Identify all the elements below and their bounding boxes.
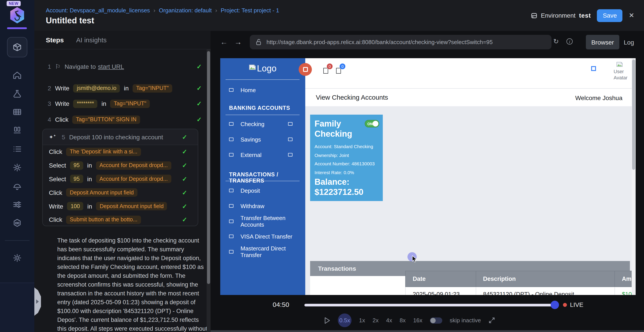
- breadcrumb-account[interactable]: Account: Devspace_all_module_licenses: [46, 7, 150, 14]
- nav-home[interactable]: Home: [220, 85, 305, 95]
- gear-icon: [12, 253, 22, 263]
- breadcrumb-organization[interactable]: Organization: default: [159, 7, 212, 14]
- checkbox-icon[interactable]: [288, 122, 292, 126]
- start-url-link[interactable]: start URL: [98, 63, 124, 70]
- toggle-knob: [373, 121, 378, 127]
- substep-row-3[interactable]: Select 95 in Account for Deposit dropd..…: [43, 172, 198, 186]
- sidebar-item-admin-settings[interactable]: [0, 253, 34, 263]
- sidebar-item-modules-active[interactable]: [7, 37, 27, 57]
- bank-logo[interactable]: Logo: [220, 64, 305, 74]
- step-target-chip[interactable]: Account for Deposit dropd...: [96, 175, 171, 183]
- checkbox-icon[interactable]: [288, 153, 292, 157]
- timeline-track[interactable]: [304, 304, 556, 306]
- info-icon[interactable]: i: [566, 38, 573, 45]
- sidebar-item-tests[interactable]: [0, 89, 34, 99]
- nav-external[interactable]: External: [220, 149, 305, 160]
- sidebar-item-suites[interactable]: [0, 126, 34, 135]
- sidebar-item-settings[interactable]: [0, 163, 34, 172]
- viewport-scrollbar[interactable]: [632, 58, 636, 295]
- tab-steps[interactable]: Steps: [46, 36, 64, 44]
- step-target-chip[interactable]: Tag="INPUT": [132, 84, 172, 92]
- sidebar-item-integrations[interactable]: [0, 218, 34, 228]
- sidebar-item-pipelines[interactable]: [0, 200, 34, 209]
- horizontal-scrollbar[interactable]: [210, 330, 644, 332]
- nav-mastercard-direct-transfer[interactable]: Mastercard Direct Transfer: [220, 246, 305, 257]
- bank-logo-text: Logo: [257, 64, 277, 74]
- step-value-chip[interactable]: 100: [67, 202, 84, 210]
- user-avatar-broken-image[interactable]: User Avatar: [614, 62, 628, 87]
- timeline-thumb[interactable]: [550, 301, 559, 309]
- col-description[interactable]: Description: [476, 271, 614, 287]
- step-row-2[interactable]: 2 Write jsmith@demo.io in Tag="INPUT" ✓: [46, 82, 206, 94]
- back-arrow-icon[interactable]: ←: [220, 38, 228, 47]
- transactions-title: Transactions: [318, 265, 356, 272]
- step-value-chip[interactable]: ********: [73, 99, 98, 108]
- table-row[interactable]: 2025-05-09 01:23 845321120 (DPT) - Onlin…: [406, 287, 636, 295]
- nav-visa-direct-transfer[interactable]: VISA Direct Transfer: [220, 231, 305, 242]
- save-button[interactable]: Save: [597, 9, 623, 22]
- steps-scrollbar-thumb[interactable]: [207, 51, 210, 284]
- tab-log[interactable]: Log: [624, 35, 634, 49]
- app-logo[interactable]: [10, 7, 25, 23]
- sidebar-item-home[interactable]: [0, 71, 34, 80]
- substep-row-2[interactable]: Select 95 in Account for Deposit dropd..…: [43, 159, 198, 172]
- family-checking-card[interactable]: Family Checking ON Account: Standard Che…: [310, 115, 383, 201]
- app-switcher-icon[interactable]: [591, 66, 596, 71]
- sidebar-item-incognito[interactable]: [0, 181, 34, 191]
- nav-checking[interactable]: Checking: [220, 119, 305, 129]
- substep-row-5[interactable]: Write 100 in Deposit Amount input field …: [43, 199, 198, 213]
- url-text[interactable]: http://stage.dbank.prod-apps.relicx.ai:8…: [266, 39, 493, 46]
- message-icon[interactable]: [336, 68, 341, 74]
- step-target-chip[interactable]: Account for Deposit dropd...: [96, 161, 171, 170]
- step-row-1[interactable]: 1 ⚐ Navigate to start URL ✓: [46, 60, 206, 73]
- step-row-4[interactable]: 4 Click Tag="BUTTON" SIGN IN ✓: [46, 113, 206, 126]
- nav-transfer-between-accounts[interactable]: Transfer Between Accounts: [220, 216, 305, 227]
- speed-1x[interactable]: 1x: [359, 317, 365, 324]
- stop-recording-button[interactable]: [299, 63, 312, 76]
- step-target-chip[interactable]: Tag="INPUT": [110, 99, 150, 108]
- step-target-chip[interactable]: Deposit Amount input field: [66, 188, 137, 197]
- nav-deposit[interactable]: Deposit: [220, 185, 305, 196]
- speed-4x[interactable]: 4x: [386, 317, 392, 324]
- sidebar-item-runs[interactable]: [0, 144, 34, 154]
- tab-browser[interactable]: Browser: [586, 35, 619, 49]
- step-target-chip[interactable]: Deposit Amount input field: [96, 202, 167, 210]
- ai-summary-text: The task of depositing $100 into the che…: [57, 236, 208, 332]
- nav-withdraw[interactable]: Withdraw: [220, 201, 305, 211]
- account-toggle-on[interactable]: ON: [365, 120, 379, 127]
- bullet-box-icon: [229, 88, 234, 92]
- step-row-3[interactable]: 3 Write ******** in Tag="INPUT" ✓: [46, 97, 206, 110]
- step-target-chip[interactable]: Tag="BUTTON" SIGN IN: [72, 115, 140, 124]
- environment-selector[interactable]: Environment test: [531, 12, 591, 19]
- skip-inactive-toggle[interactable]: [430, 317, 442, 323]
- substep-row-4[interactable]: Click Deposit Amount input field ✓: [43, 186, 198, 199]
- forward-arrow-icon[interactable]: →: [234, 38, 242, 47]
- breadcrumb-project[interactable]: Project: Test project - 1: [221, 7, 279, 14]
- checkbox-icon[interactable]: [288, 138, 292, 141]
- col-date[interactable]: Date: [406, 271, 476, 287]
- sidebar-item-data-tables[interactable]: [0, 107, 34, 117]
- substep-row-1[interactable]: Click The 'Deposit' link with a si... ✓: [43, 145, 198, 159]
- step-group-header[interactable]: ✦✦ 5 Deposit 100 into checking account ✓: [43, 129, 198, 145]
- speed-2x[interactable]: 2x: [372, 317, 378, 324]
- url-bar[interactable]: http://stage.dbank.prod-apps.relicx.ai:8…: [250, 35, 552, 49]
- speed-8x[interactable]: 8x: [400, 317, 406, 324]
- viewport-scrollbar-thumb[interactable]: [632, 60, 635, 170]
- close-icon[interactable]: ✕: [629, 12, 634, 20]
- substep-row-6[interactable]: Click Submit button at the botto... ✓: [43, 213, 198, 226]
- play-icon[interactable]: [324, 317, 330, 324]
- speed-0-5x[interactable]: 0.5x: [338, 313, 352, 327]
- step-target-chip[interactable]: Submit button at the botto...: [66, 216, 141, 224]
- fullscreen-icon[interactable]: [488, 317, 495, 324]
- notification-icon[interactable]: [323, 68, 328, 74]
- tab-ai-insights[interactable]: AI insights: [76, 36, 106, 44]
- flag-icon: ⚐: [55, 63, 60, 70]
- step-value-chip[interactable]: 95: [70, 161, 83, 170]
- nav-savings[interactable]: Savings: [220, 134, 305, 145]
- step-value-chip[interactable]: jsmith@demo.io: [73, 84, 120, 92]
- speed-16x[interactable]: 16x: [413, 317, 422, 324]
- step-value-chip[interactable]: 95: [70, 175, 83, 183]
- steps-scrollbar[interactable]: [206, 49, 210, 332]
- step-target-chip[interactable]: The 'Deposit' link with a si...: [66, 148, 141, 156]
- reload-icon[interactable]: ↻: [553, 38, 559, 46]
